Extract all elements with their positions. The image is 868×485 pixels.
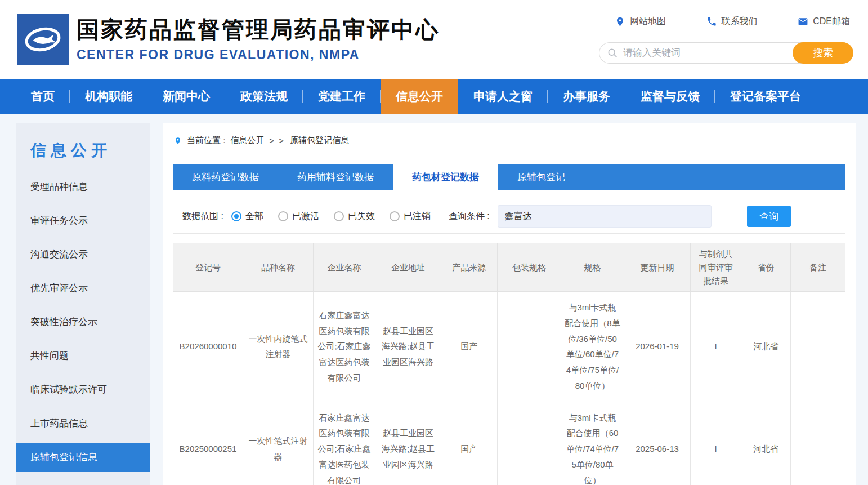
cell-packaging-spec: [498, 402, 561, 485]
breadcrumb-section[interactable]: 信息公开: [230, 135, 264, 146]
cell-spec: 与3ml卡式瓶配合使用（8单位/36单位/50单位/60单位/74单位/75单位…: [561, 292, 624, 402]
cell-product-source: 国产: [441, 402, 498, 485]
header-searchbar: 搜索: [599, 42, 853, 64]
location-pin-icon: [615, 16, 625, 27]
radio-cancelled[interactable]: 已注销: [390, 211, 431, 223]
nav-item-info-disclosure[interactable]: 信息公开: [381, 79, 458, 114]
sidebar-item-raw-aux-pack-registration[interactable]: 原辅包登记信息: [16, 443, 150, 472]
tab-api-registration[interactable]: 原料药登记数据: [173, 164, 278, 190]
col-joint-review-result: 与制剂共同审评审批结果: [691, 243, 741, 292]
cell-remark: [791, 292, 845, 402]
radio-icon: [278, 211, 288, 221]
content: 信息公开 受理品种信息 审评任务公示 沟通交流公示 优先审评公示 突破性治疗公示…: [0, 114, 868, 485]
cell-packaging-spec: [498, 292, 561, 402]
sidebar: 信息公开 受理品种信息 审评任务公示 沟通交流公示 优先审评公示 突破性治疗公示…: [16, 123, 150, 485]
sidebar-item-common-issues[interactable]: 共性问题: [16, 339, 150, 373]
cell-variety-name: 一次性内旋笔式注射器: [243, 292, 314, 402]
radio-icon: [231, 211, 241, 221]
col-variety-name: 品种名称: [243, 243, 314, 292]
sidebar-item-clinical-trial-license[interactable]: 临床试验默示许可: [16, 373, 150, 407]
search-button[interactable]: 搜索: [793, 42, 853, 64]
location-pin-icon: [174, 136, 182, 146]
cde-logo-icon: [17, 14, 69, 65]
tab-packaging-registration[interactable]: 药包材登记数据: [393, 164, 498, 190]
sidebar-title: 信息公开: [16, 140, 150, 161]
cell-company-name: 石家庄鑫富达医药包装有限公司;石家庄鑫富达医药包装有限公司: [314, 402, 375, 485]
radio-icon: [390, 211, 400, 221]
phone-icon: [706, 16, 717, 27]
main-panel: 当前位置 : 信息公开 > > 原辅包登记信息 原料药登记数据 药用辅料登记数据…: [163, 123, 856, 485]
cell-province: 河北省: [741, 402, 791, 485]
nav-item-registration-platform[interactable]: 登记备案平台: [715, 79, 816, 114]
radio-all[interactable]: 全部: [231, 211, 263, 223]
breadcrumb: 当前位置 : 信息公开 > > 原辅包登记信息: [173, 132, 845, 155]
col-province: 省份: [741, 243, 791, 292]
envelope-icon: [798, 16, 808, 27]
link-cde-mail[interactable]: CDE邮箱: [798, 16, 850, 28]
scope-label: 数据范围 :: [182, 211, 223, 223]
nav-item-services[interactable]: 办事服务: [548, 79, 625, 114]
registration-table: 登记号 品种名称 企业名称 企业地址 产品来源 包装规格 规格 更新日期 与制剂…: [173, 243, 845, 485]
nav-item-supervision-feedback[interactable]: 监督与反馈: [625, 79, 715, 114]
sidebar-item-marketed-drugs[interactable]: 上市药品信息: [16, 407, 150, 440]
cell-registration-no: B20250000251: [173, 402, 243, 485]
col-company-address: 企业地址: [375, 243, 441, 292]
sidebar-item-communication[interactable]: 沟通交流公示: [16, 238, 150, 272]
col-product-source: 产品来源: [441, 243, 498, 292]
breadcrumb-divider: [163, 155, 856, 155]
table-row: B20260000010 一次性内旋笔式注射器 石家庄鑫富达医药包装有限公司;石…: [173, 292, 845, 402]
cell-update-date: 2026-01-19: [624, 292, 691, 402]
site-header: 国家药品监督管理局药品审评中心 CENTER FOR DRUG EVALUATI…: [0, 0, 868, 79]
link-label: CDE邮箱: [813, 16, 850, 28]
cell-spec: 与3ml卡式瓶配合使用（60单位/74单位/75单位/80单位）: [561, 402, 624, 485]
org-subtitle: CENTER FOR DRUG EVALUATION, NMPA: [77, 47, 440, 63]
col-remark: 备注: [791, 243, 845, 292]
nav-item-policies[interactable]: 政策法规: [225, 79, 303, 114]
header-right: 网站地图 联系我们 CDE邮箱 搜索: [599, 16, 853, 64]
cell-company-address: 赵县工业园区海兴路;赵县工业园区海兴路: [375, 402, 441, 485]
radio-icon: [334, 211, 344, 221]
sidebar-item-drug-catalog[interactable]: 药品目录集信息: [16, 474, 150, 485]
col-packaging-spec: 包装规格: [498, 243, 561, 292]
cell-remark: [791, 402, 845, 485]
breadcrumb-current[interactable]: 原辅包登记信息: [290, 135, 349, 146]
nav-item-party-building[interactable]: 党建工作: [303, 79, 381, 114]
radio-activated[interactable]: 已激活: [278, 211, 319, 223]
nav-item-functions[interactable]: 机构职能: [70, 79, 147, 114]
link-label: 联系我们: [722, 16, 758, 28]
tab-raw-aux-pack[interactable]: 原辅包登记: [498, 164, 584, 190]
query-condition-input[interactable]: [498, 205, 712, 228]
table-row: B20250000251 一次性笔式注射器 石家庄鑫富达医药包装有限公司;石家庄…: [173, 402, 845, 485]
org-titles: 国家药品监督管理局药品审评中心 CENTER FOR DRUG EVALUATI…: [77, 16, 440, 63]
nav-item-applicant-window[interactable]: 申请人之窗: [458, 79, 548, 114]
org-title: 国家药品监督管理局药品审评中心: [77, 16, 440, 42]
col-spec: 规格: [561, 243, 624, 292]
cell-registration-no: B20260000010: [173, 292, 243, 402]
sidebar-item-breakthrough-therapy[interactable]: 突破性治疗公示: [16, 305, 150, 339]
col-registration-no: 登记号: [173, 243, 243, 292]
col-update-date: 更新日期: [624, 243, 691, 292]
sidebar-item-accepted-varieties[interactable]: 受理品种信息: [16, 170, 150, 204]
sidebar-item-review-tasks[interactable]: 审评任务公示: [16, 204, 150, 238]
cell-province: 河北省: [741, 292, 791, 402]
tab-excipient-registration[interactable]: 药用辅料登记数据: [278, 164, 393, 190]
fish-swirl-icon: [19, 15, 67, 64]
brand: 国家药品监督管理局药品审评中心 CENTER FOR DRUG EVALUATI…: [17, 14, 440, 65]
utility-links: 网站地图 联系我们 CDE邮箱: [599, 16, 853, 28]
breadcrumb-prefix: 当前位置 :: [187, 135, 225, 146]
cell-company-address: 赵县工业园区海兴路;赵县工业园区海兴路: [375, 292, 441, 402]
sidebar-item-priority-review[interactable]: 优先审评公示: [16, 272, 150, 305]
cell-product-source: 国产: [441, 292, 498, 402]
cell-joint-review-result: I: [691, 402, 741, 485]
cell-update-date: 2025-06-13: [624, 402, 691, 485]
link-site-map[interactable]: 网站地图: [615, 16, 666, 28]
nav-item-home[interactable]: 首页: [16, 79, 70, 114]
cell-joint-review-result: I: [691, 292, 741, 402]
nav-item-news[interactable]: 新闻中心: [147, 79, 225, 114]
cell-variety-name: 一次性笔式注射器: [243, 402, 314, 485]
link-contact-us[interactable]: 联系我们: [706, 16, 758, 28]
query-button[interactable]: 查询: [747, 206, 791, 227]
main-nav: 首页 机构职能 新闻中心 政策法规 党建工作 信息公开 申请人之窗 办事服务 监…: [0, 79, 868, 114]
dataset-tabs: 原料药登记数据 药用辅料登记数据 药包材登记数据 原辅包登记: [173, 164, 845, 190]
radio-expired[interactable]: 已失效: [334, 211, 375, 223]
